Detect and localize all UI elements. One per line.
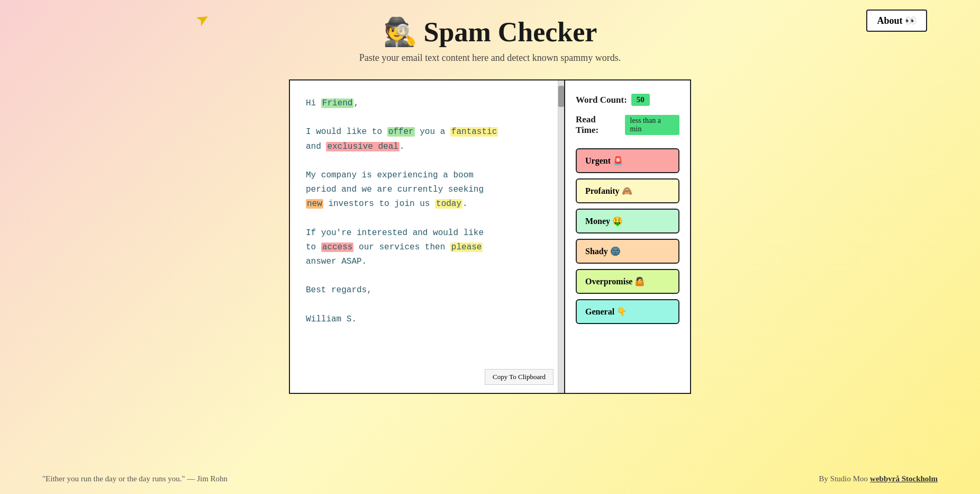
stats-panel: Word Count: 50 Read Time: less than a mi…	[564, 79, 691, 394]
scrollbar[interactable]	[558, 80, 564, 393]
footer-credits: By Studio Moo webbyrå Stockholm	[819, 474, 938, 483]
profanity-category-button[interactable]: Profanity 🙈	[576, 178, 679, 203]
word-count-row: Word Count: 50	[576, 94, 679, 106]
read-time-label: Read Time:	[576, 114, 621, 136]
email-text[interactable]: Hi Friend, I would like to offer you a f…	[306, 96, 548, 361]
about-button[interactable]: About 👀	[866, 10, 927, 32]
page-subtitle: Paste your email text content here and d…	[0, 52, 980, 64]
footer: "Either you run the day or the day runs …	[0, 474, 980, 483]
shady-category-button[interactable]: Shady 🌚	[576, 239, 679, 264]
urgent-category-button[interactable]: Urgent 🚨	[576, 148, 679, 173]
overpromise-category-button[interactable]: Overpromise 🤷	[576, 269, 679, 294]
editor-panel: Hi Friend, I would like to offer you a f…	[289, 79, 564, 394]
read-time-value: less than a min	[625, 115, 679, 135]
detective-emoji: 🕵️	[383, 16, 418, 48]
money-category-button[interactable]: Money 🤑	[576, 209, 679, 233]
footer-credits-prefix: By Studio Moo	[819, 474, 868, 483]
read-time-row: Read Time: less than a min	[576, 114, 679, 136]
word-count-label: Word Count:	[576, 95, 627, 105]
copy-to-clipboard-button[interactable]: Copy To Clipboard	[485, 369, 553, 385]
word-count-value: 50	[631, 94, 650, 106]
footer-quote: "Either you run the day or the day runs …	[42, 474, 228, 483]
page-title: 🕵️ Spam Checker	[0, 16, 980, 48]
footer-credits-link[interactable]: webbyrå Stockholm	[870, 474, 938, 483]
general-category-button[interactable]: General 👇	[576, 299, 679, 324]
